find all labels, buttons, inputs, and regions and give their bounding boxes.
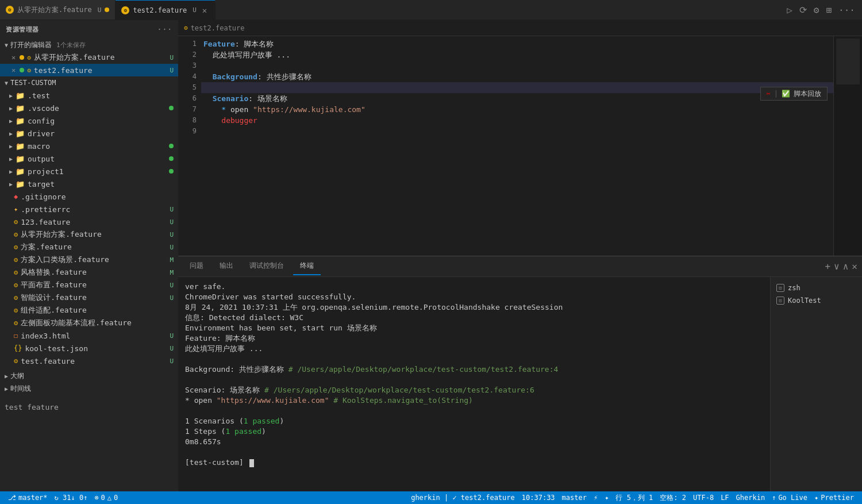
folder-output[interactable]: ▶ 📁 output [0,152,178,165]
close-editor-2-icon[interactable]: ✕ [11,66,16,74]
folder-target[interactable]: ▶ 📁 target [0,178,178,190]
line-num-4: 4 [178,71,197,82]
line-num-9: 9 [178,126,197,137]
term-background-kw: Background: 共性步骤名称 [185,365,284,374]
file-zhineng[interactable]: ⚙ 智能设计.feature U [0,291,178,304]
debug-icon[interactable]: ⟳ [798,3,808,17]
background-text: 共性步骤名称 [262,71,311,82]
status-language[interactable]: Gherkin [733,494,769,502]
add-terminal-icon[interactable]: + [825,261,830,272]
tab-problems[interactable]: 问题 [183,257,210,275]
file-fangan[interactable]: ⚙ 方案.feature U [0,241,178,253]
term-line-2: ChromeDriver was started successfully. [185,292,763,302]
indent-7 [203,104,221,115]
file-prettierrc-name: .prettierrc [21,205,167,214]
status-prettier[interactable]: ✦ Prettier [811,494,857,502]
open-editor-2[interactable]: ✕ ⚙ test2.feature U [0,64,178,76]
terminal-output[interactable]: ver safe. ChromeDriver was started succe… [178,277,770,491]
scissors-icon: ✂ [767,90,771,98]
outline-section[interactable]: ▶ 大纲 [0,370,178,382]
status-eol[interactable]: LF [717,494,732,502]
folder-test[interactable]: ▶ 📁 .test [0,89,178,102]
file-zujian[interactable]: ⚙ 组件适配.feature [0,304,178,317]
widget-bar: ✂ | ✅ 脚本回放 [760,87,828,101]
status-sync[interactable]: ↻ 31↓ 0↑ [51,491,91,504]
term-line-4: 信息: Detected dialect: W3C [185,313,763,323]
breadcrumb-icon: ⚙ [184,24,188,32]
widget-separator: | [774,90,778,98]
test-feature-label: test feature [0,401,178,413]
file-fengge[interactable]: ⚙ 风格替换.feature M [0,266,178,279]
tab-从零开始方案[interactable]: ⚙ 从零开始方案.feature U [0,0,116,20]
status-time[interactable]: 10:37:33 [518,494,559,502]
run-icon[interactable]: ▷ [786,3,794,17]
status-lightning[interactable]: ⚡ [590,494,601,502]
folder-project1[interactable]: ▶ 📁 project1 [0,165,178,178]
more-icon[interactable]: ··· [837,3,856,17]
folder-vscode[interactable]: ▶ 📁 .vscode [0,102,178,114]
tab-terminal-label: 终端 [300,261,314,270]
status-golive[interactable]: ↑ Go Live [768,494,811,502]
code-line-1: Feature: 脚本名称 [201,39,833,49]
open-editor-1[interactable]: ✕ ⚙ 从零开始方案.feature U [0,51,178,64]
tab-close-2[interactable]: ✕ [200,6,209,15]
line-num-3: 3 [178,60,197,71]
file-congjian[interactable]: ⚙ 从零开始方案.feature U [0,228,178,241]
row-col-text: 行 5，列 1 [615,493,653,503]
status-spaces[interactable]: 空格: 2 [656,493,690,503]
status-branch[interactable]: ⎇ master* [5,491,51,504]
close-panel-icon[interactable]: ✕ [852,261,857,272]
tab-terminal[interactable]: 终端 [293,257,321,275]
file-gitignore[interactable]: ◆ .gitignore [0,190,178,203]
more-actions-icon[interactable]: ··· [157,25,172,34]
status-encoding[interactable]: UTF-8 [690,494,717,502]
main-layout: 资源管理器 ··· ▼ 打开的编辑器 1个未保存 ✕ ⚙ 从零开始方案.feat… [0,20,862,491]
chevron-up-icon[interactable]: ∧ [843,261,849,272]
term-scenarios-close: ) [279,417,284,425]
layout-icon[interactable]: ⊞ [825,3,833,17]
code-editor[interactable]: 1 2 3 4 5 6 7 8 9 Feature: 脚本名称 [178,36,833,256]
terminal-session-zsh[interactable]: ⊡ zsh [771,282,862,294]
editor-breadcrumb: ⚙ test2.feature [178,20,862,36]
status-row-col[interactable]: 行 5，列 1 [612,493,656,503]
tab-test2[interactable]: ⚙ test2.feature U ✕ [116,0,216,20]
tab-output[interactable]: 输出 [213,257,240,275]
term-line-14: 1 Scenarios (1 passed) [185,416,763,426]
file-123feature[interactable]: ⚙ 123.feature U [0,216,178,228]
file-fangangrkou[interactable]: ⚙ 方案入口类场景.feature M [0,253,178,266]
settings-icon[interactable]: ⚙ [813,3,821,17]
terminal-session-kooltest[interactable]: ⊡ KoolTest [771,294,862,307]
timeline-section[interactable]: ▶ 时间线 [0,382,178,395]
chevron-down-icon[interactable]: ∨ [834,261,840,272]
file-123feature-badge: U [170,218,174,226]
sidebar-scroll: ▼ 打开的编辑器 1个未保存 ✕ ⚙ 从零开始方案.feature U ✕ ⚙ … [0,39,178,491]
tab-debug-label: 调试控制台 [249,261,284,270]
file-index3[interactable]: ◻ index3.html U [0,329,178,342]
status-star[interactable]: ✦ [601,494,612,502]
minimap-content [836,39,860,84]
file-pingmian[interactable]: ⚙ 平面布置.feature U [0,279,178,291]
term-text-2: ChromeDriver was started successfully. [185,293,356,301]
file-prettierrc[interactable]: ✦ .prettierrc U [0,203,178,216]
term-line-5: Environment has been set, start run 场景名称 [185,323,763,333]
term-scenarios-text: 1 Scenarios ( [185,417,244,425]
file-fangan-badge: U [170,244,174,251]
line-num-8: 8 [178,115,197,126]
status-branch-right[interactable]: master [559,494,590,502]
indent-6 [203,93,213,104]
folder-macro[interactable]: ▶ 📁 macro [0,140,178,152]
folder-config[interactable]: ▶ 📁 config [0,114,178,127]
file-kooltest[interactable]: {} kool-test.json U [0,342,178,355]
status-errors[interactable]: ⊗ 0 △ 0 [91,491,121,504]
tab-debug-console[interactable]: 调试控制台 [243,257,291,275]
file-testfeature[interactable]: ⚙ test.feature U [0,355,178,367]
status-gherkin[interactable]: gherkin | ✓ test2.feature [407,494,518,502]
file-testfeature-name: test.feature [21,357,167,366]
folder-driver[interactable]: ▶ 📁 driver [0,127,178,140]
file-zuoce[interactable]: ⚙ 左侧面板功能基本流程.feature [0,317,178,329]
tab-icon-1: ⚙ [6,6,14,14]
project-section-header[interactable]: ▼ TEST-CUSTOM [0,76,178,89]
open-editors-section[interactable]: ▼ 打开的编辑器 1个未保存 [0,39,178,51]
content-area: ⚙ test2.feature 1 2 3 4 5 6 7 8 [178,20,862,491]
close-editor-1-icon[interactable]: ✕ [11,53,16,61]
